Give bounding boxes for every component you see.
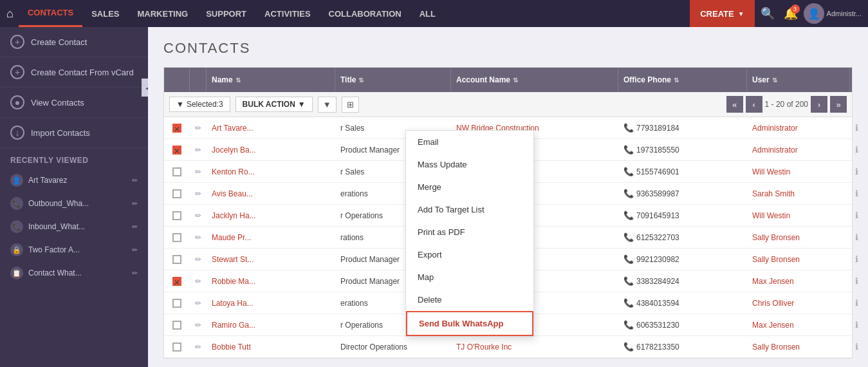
row-checkbox[interactable] xyxy=(172,211,181,220)
page-prev[interactable]: ‹ xyxy=(746,96,762,113)
th-user[interactable]: User ⇅ xyxy=(747,68,850,92)
row-checkbox[interactable] xyxy=(172,233,181,242)
nav-all[interactable]: ALL xyxy=(411,0,445,27)
row-name-link[interactable]: Kenton Ro... xyxy=(212,167,255,176)
page-next-end[interactable]: » xyxy=(830,96,847,113)
row-user-link[interactable]: Administrator xyxy=(752,124,798,133)
dropdown-item-mass-update[interactable]: Mass Update xyxy=(406,153,533,176)
recent-item-inbound[interactable]: 📞 Inbound_What... ✏ xyxy=(0,215,148,238)
row-edit-icon[interactable]: ✏ xyxy=(195,124,201,133)
sidebar-item-create-from-vcard[interactable]: + Create Contact From vCard xyxy=(0,57,148,88)
row-name-link[interactable]: Latoya Ha... xyxy=(212,299,254,308)
dropdown-item-print-as-pdf[interactable]: Print as PDF xyxy=(406,221,533,243)
row-user-link[interactable]: Sarah Smith xyxy=(752,189,795,198)
nav-marketing[interactable]: MARKETING xyxy=(128,0,197,27)
row-name-link[interactable]: Ramiro Ga... xyxy=(212,321,255,330)
dropdown-item-send-bulk-whatsapp[interactable]: Send Bulk WhatsApp xyxy=(406,311,533,336)
row-user-link[interactable]: Will Westin xyxy=(752,211,790,220)
dropdown-item-merge[interactable]: Merge xyxy=(406,176,533,198)
recent-item-contact-edit[interactable]: ✏ xyxy=(132,269,138,278)
row-edit-icon[interactable]: ✏ xyxy=(195,343,201,352)
row-name-link[interactable]: Maude Pr... xyxy=(212,233,251,242)
bulk-action-button[interactable]: BULK ACTION ▼ xyxy=(235,97,313,112)
recent-item-outbound[interactable]: 📞 Outbound_Wha... ✏ xyxy=(0,192,148,215)
row-edit-icon[interactable]: ✏ xyxy=(195,189,201,198)
row-name-link[interactable]: Jacklyn Ha... xyxy=(212,211,256,220)
row-edit-icon[interactable]: ✏ xyxy=(195,321,201,330)
th-title[interactable]: Title ⇅ xyxy=(335,68,451,92)
row-account-link[interactable]: TJ O'Rourke Inc xyxy=(456,343,512,352)
dropdown-item-email[interactable]: Email xyxy=(406,131,533,153)
row-name-link[interactable]: Art Tavare... xyxy=(212,124,253,133)
recent-item-contact[interactable]: 📋 Contact What... ✏ xyxy=(0,261,148,285)
row-edit-icon[interactable]: ✏ xyxy=(195,255,201,264)
filter-button[interactable]: ▼ xyxy=(318,97,337,113)
row-edit-icon[interactable]: ✏ xyxy=(195,211,201,220)
recent-item-outbound-edit[interactable]: ✏ xyxy=(132,200,138,208)
row-edit-icon[interactable]: ✏ xyxy=(195,146,201,155)
nav-collaboration[interactable]: COLLABORATION xyxy=(320,0,411,27)
row-edit-icon[interactable]: ✏ xyxy=(195,233,201,242)
row-user-link[interactable]: Max Jensen xyxy=(752,277,794,286)
row-checkbox[interactable]: ✕ xyxy=(172,146,181,155)
row-name-link[interactable]: Robbie Ma... xyxy=(212,277,255,286)
info-icon[interactable]: ℹ xyxy=(855,298,858,308)
row-checkbox[interactable]: ✕ xyxy=(172,124,181,133)
row-user-link[interactable]: Administrator xyxy=(752,146,798,155)
row-user-link[interactable]: Will Westin xyxy=(752,167,790,176)
row-checkbox[interactable] xyxy=(172,189,181,198)
dropdown-item-export[interactable]: Export xyxy=(406,243,533,266)
row-edit-icon[interactable]: ✏ xyxy=(195,299,201,308)
row-checkbox[interactable] xyxy=(172,167,181,176)
info-icon[interactable]: ℹ xyxy=(855,189,858,198)
info-icon[interactable]: ℹ xyxy=(855,254,858,264)
row-name-link[interactable]: Stewart St... xyxy=(212,255,254,264)
row-name-link[interactable]: Avis Beau... xyxy=(212,189,253,198)
page-next[interactable]: › xyxy=(811,96,827,113)
th-name[interactable]: Name ⇅ xyxy=(207,68,335,92)
row-checkbox[interactable] xyxy=(172,343,181,352)
info-icon[interactable]: ℹ xyxy=(855,123,858,133)
th-account[interactable]: Account Name ⇅ xyxy=(451,68,618,92)
nav-activities[interactable]: ACTIVITIES xyxy=(255,0,320,27)
row-edit-icon[interactable]: ✏ xyxy=(195,167,201,176)
row-user-link[interactable]: Sally Bronsen xyxy=(752,343,800,352)
sidebar-item-create-contact[interactable]: + Create Contact xyxy=(0,27,148,57)
nav-sales[interactable]: SALES xyxy=(82,0,128,27)
row-user-link[interactable]: Max Jensen xyxy=(752,321,794,330)
recent-item-art[interactable]: 👤 Art Tavarez ✏ xyxy=(0,169,148,192)
info-icon[interactable]: ℹ xyxy=(855,211,858,220)
info-icon[interactable]: ℹ xyxy=(855,320,858,330)
row-user-link[interactable]: Sally Bronsen xyxy=(752,255,800,264)
info-icon[interactable]: ℹ xyxy=(855,167,858,176)
page-prev-start[interactable]: « xyxy=(726,96,743,113)
row-checkbox[interactable]: ✕ xyxy=(172,277,181,286)
search-button[interactable]: 🔍 xyxy=(757,3,778,24)
sidebar-collapse-button[interactable]: ◀ xyxy=(142,79,148,97)
row-user-link[interactable]: Sally Bronsen xyxy=(752,233,800,242)
row-name-link[interactable]: Jocelyn Ba... xyxy=(212,146,256,155)
info-icon[interactable]: ℹ xyxy=(855,276,858,286)
nav-contacts[interactable]: CONTACTS xyxy=(19,0,82,27)
recent-item-inbound-edit[interactable]: ✏ xyxy=(132,223,138,231)
th-phone[interactable]: Office Phone ⇅ xyxy=(618,68,747,92)
row-name-link[interactable]: Bobbie Tutt xyxy=(212,343,251,352)
nav-support[interactable]: SUPPORT xyxy=(197,0,255,27)
user-avatar[interactable]: 👤 xyxy=(804,3,824,24)
recent-item-twofactor[interactable]: 🔒 Two Factor A... ✏ xyxy=(0,238,148,261)
dropdown-item-delete[interactable]: Delete xyxy=(406,288,533,311)
recent-item-twofactor-edit[interactable]: ✏ xyxy=(132,246,138,254)
selected-badge[interactable]: ▼ Selected:3 xyxy=(169,97,230,112)
dropdown-item-add-to-target-list[interactable]: Add To Target List xyxy=(406,198,533,221)
row-checkbox[interactable] xyxy=(172,299,181,308)
info-icon[interactable]: ℹ xyxy=(855,342,858,352)
dropdown-item-map[interactable]: Map xyxy=(406,266,533,288)
sidebar-item-view-contacts[interactable]: ● View Contacts xyxy=(0,88,148,118)
row-edit-icon[interactable]: ✏ xyxy=(195,277,201,286)
row-user-link[interactable]: Chris Olliver xyxy=(752,299,794,308)
info-icon[interactable]: ℹ xyxy=(855,232,858,242)
columns-button[interactable]: ⊞ xyxy=(342,97,359,113)
row-checkbox[interactable] xyxy=(172,255,181,264)
recent-item-art-edit[interactable]: ✏ xyxy=(132,176,138,185)
info-icon[interactable]: ℹ xyxy=(855,145,858,155)
